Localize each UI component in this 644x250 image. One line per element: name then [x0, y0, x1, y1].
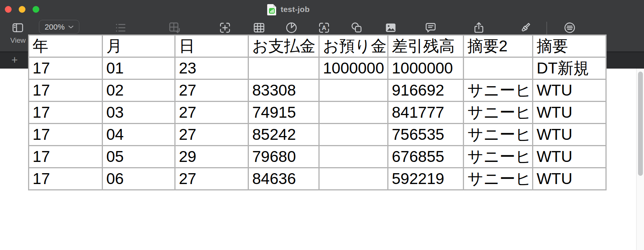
chart-icon [283, 20, 300, 36]
cell[interactable]: 05 [103, 146, 175, 168]
column-header[interactable]: 差引残高 [388, 35, 463, 57]
media-icon [381, 20, 400, 36]
toolbar-view[interactable]: View [10, 20, 26, 45]
cell[interactable]: 756535 [388, 124, 463, 146]
cell[interactable]: WTU [532, 102, 606, 124]
window-title-area: test-job [267, 3, 309, 16]
cell[interactable]: 03 [103, 102, 175, 124]
shape-icon [347, 20, 367, 36]
cell[interactable]: サニーヒ [463, 79, 532, 102]
window-title: test-job [281, 5, 309, 14]
cell[interactable] [463, 57, 532, 79]
cell[interactable]: DT新規 [532, 57, 606, 79]
cell[interactable]: 592219 [388, 168, 463, 190]
header-row: 年月日お支払金お預り金差引残高摘要2摘要 [29, 35, 606, 57]
cell[interactable]: サニーヒ [463, 102, 532, 124]
column-header[interactable]: お預り金 [319, 35, 388, 57]
cell[interactable] [319, 146, 388, 168]
view-icon [10, 20, 26, 36]
fullscreen-button[interactable] [33, 6, 39, 13]
insert-icon [216, 20, 234, 36]
numbers-document-icon [267, 4, 277, 15]
cell[interactable]: 02 [103, 79, 175, 102]
cell[interactable]: 17 [29, 146, 103, 168]
chevron-down-icon [68, 25, 74, 29]
cell[interactable]: 17 [29, 102, 103, 124]
cell[interactable]: 27 [175, 124, 248, 146]
cell[interactable]: 29 [175, 146, 248, 168]
table-row: 17012310000001000000DT新規 [29, 57, 606, 79]
cell[interactable]: 74915 [248, 102, 319, 124]
column-header[interactable]: 摘要2 [463, 35, 532, 57]
vertical-scrollbar-thumb[interactable] [638, 72, 643, 176]
cell[interactable]: WTU [532, 146, 606, 168]
cell[interactable]: 676855 [388, 146, 463, 168]
cell[interactable]: 17 [29, 124, 103, 146]
cell[interactable]: サニーヒ [463, 168, 532, 190]
cell[interactable]: 17 [29, 57, 103, 79]
table-row: 17032774915841777サニーヒWTU [29, 102, 606, 124]
cell[interactable]: 27 [175, 79, 248, 102]
sheet-table: 年月日お支払金お預り金差引残高摘要2摘要 1701231000000100000… [28, 34, 607, 190]
cell[interactable]: サニーヒ [463, 146, 532, 168]
zoom-level-value: 200% [45, 22, 65, 31]
pivot-table-icon [157, 20, 192, 36]
cell[interactable]: 84636 [248, 168, 319, 190]
cell[interactable]: 1000000 [319, 57, 388, 79]
cell[interactable]: 06 [103, 168, 175, 190]
cell[interactable]: 23 [175, 57, 248, 79]
cell[interactable]: 916692 [388, 79, 463, 102]
column-header[interactable]: 摘要 [532, 35, 606, 57]
table-row: 17052979680676855サニーヒWTU [29, 146, 606, 168]
column-header[interactable]: お支払金 [248, 35, 319, 57]
share-icon [470, 20, 489, 36]
add-sheet-button[interactable]: + [9, 54, 20, 67]
cell[interactable]: WTU [532, 79, 606, 102]
cell[interactable]: 85242 [248, 124, 319, 146]
svg-text:A: A [322, 24, 326, 31]
cell[interactable]: 83308 [248, 79, 319, 102]
cell[interactable]: 27 [175, 102, 248, 124]
column-header[interactable]: 日 [175, 35, 248, 57]
cell[interactable] [319, 124, 388, 146]
table-row: 17042785242756535サニーヒWTU [29, 124, 606, 146]
cell[interactable]: サニーヒ [463, 124, 532, 146]
cell[interactable]: 1000000 [388, 57, 463, 79]
table-row: 17022783308916692サニーヒWTU [29, 79, 606, 102]
cell[interactable]: 17 [29, 79, 103, 102]
organize-icon [555, 20, 584, 36]
cell[interactable] [319, 79, 388, 102]
window-controls [5, 6, 39, 13]
cell[interactable] [248, 57, 319, 79]
cell[interactable]: WTU [532, 124, 606, 146]
cell[interactable]: 17 [29, 168, 103, 190]
cell[interactable]: 01 [103, 57, 175, 79]
cell[interactable] [319, 102, 388, 124]
text-icon: A [317, 20, 331, 36]
cell[interactable]: 841777 [388, 102, 463, 124]
cell[interactable]: WTU [532, 168, 606, 190]
zoom-level-button[interactable]: 200% [39, 20, 79, 34]
vertical-scrollbar-track[interactable] [636, 69, 644, 250]
column-header[interactable]: 月 [103, 35, 175, 57]
table-row: 17062784636592219サニーヒWTU [29, 168, 606, 190]
cell[interactable]: 04 [103, 124, 175, 146]
add-category-icon [99, 20, 142, 36]
cell[interactable]: 27 [175, 168, 248, 190]
minimize-button[interactable] [19, 6, 25, 13]
cell[interactable]: 79680 [248, 146, 319, 168]
column-header[interactable]: 年 [29, 35, 103, 57]
toolbar-divider [546, 22, 547, 36]
comment-icon [415, 20, 446, 36]
format-brush-icon [514, 20, 537, 36]
toolbar-view-label: View [10, 36, 26, 45]
table-icon [250, 20, 267, 36]
cell[interactable] [319, 168, 388, 190]
close-button[interactable] [5, 6, 12, 13]
